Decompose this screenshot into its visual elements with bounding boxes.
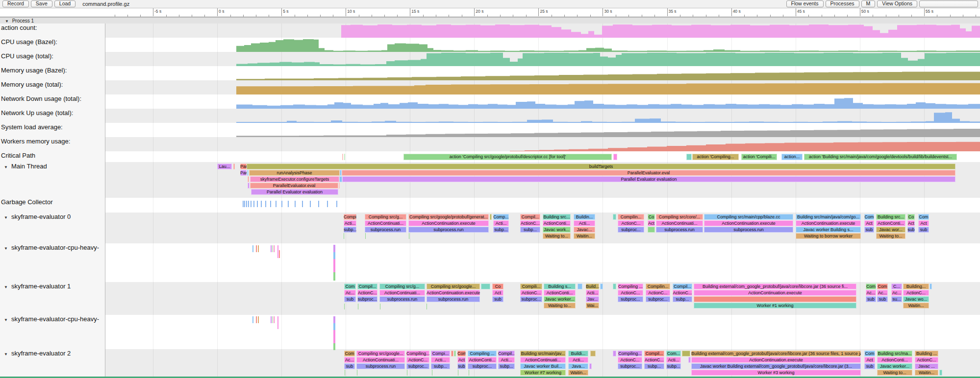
event-tick[interactable] bbox=[244, 201, 245, 207]
event-block[interactable]: Comp... bbox=[493, 214, 509, 220]
event-block[interactable]: ActionC... bbox=[673, 290, 692, 296]
event-tick[interactable] bbox=[327, 201, 328, 207]
event-tick[interactable] bbox=[281, 201, 282, 207]
event-block[interactable]: Ac... bbox=[344, 357, 355, 363]
event-tick[interactable] bbox=[380, 304, 380, 309]
event-tick[interactable] bbox=[427, 304, 427, 309]
event-block[interactable]: Building src/main/jav... bbox=[520, 351, 566, 356]
event-block[interactable]: Ac... bbox=[344, 290, 356, 296]
event-block[interactable]: Acti... bbox=[344, 220, 356, 226]
event-block[interactable]: Javac worker Buil... bbox=[520, 363, 566, 369]
event-block[interactable]: Wai... bbox=[586, 303, 599, 308]
toolbar-button-flow-events[interactable]: Flow events bbox=[786, 0, 824, 7]
event-block[interactable]: Javac worker Building external/com_googl… bbox=[691, 363, 861, 369]
event-block[interactable]: Java... bbox=[568, 363, 588, 369]
track-label-skyframe-evaluator-cpu-heavy-1[interactable]: ▼skyframe-evaluator-cpu-heavy- bbox=[0, 244, 105, 252]
event-tick[interactable] bbox=[256, 245, 257, 252]
event-block[interactable]: Co bbox=[492, 284, 503, 289]
event-block[interactable]: subp... bbox=[673, 296, 692, 302]
event-block[interactable]: Building... bbox=[903, 284, 929, 289]
event-tick[interactable] bbox=[257, 201, 258, 207]
event-tick[interactable] bbox=[270, 201, 271, 207]
event-block[interactable]: C... bbox=[891, 284, 902, 289]
event-block[interactable]: ActionContinuati... bbox=[356, 357, 405, 363]
toolbar-button-save[interactable]: Save bbox=[31, 0, 52, 7]
event-block[interactable]: subp... bbox=[644, 363, 664, 369]
event-block[interactable]: Compiling src/google/protobuf/generat... bbox=[408, 214, 489, 220]
event-block[interactable]: ActionConti... bbox=[468, 357, 497, 363]
event-block[interactable]: Waiting to... bbox=[543, 233, 571, 239]
event-block[interactable]: subp... bbox=[493, 227, 509, 233]
event-tick[interactable] bbox=[458, 370, 458, 376]
event-block[interactable]: Build... bbox=[586, 284, 599, 289]
event-block[interactable]: Buildi... bbox=[568, 351, 588, 356]
event-tick[interactable] bbox=[407, 370, 407, 376]
event-block[interactable]: Building src... bbox=[543, 214, 571, 220]
event-tick[interactable] bbox=[358, 304, 358, 309]
event-tick[interactable] bbox=[432, 370, 432, 376]
event-block[interactable]: Compilin... bbox=[618, 214, 644, 220]
event-block[interactable] bbox=[688, 357, 691, 363]
event-tick[interactable] bbox=[261, 201, 262, 207]
event-block[interactable]: Com bbox=[344, 351, 355, 356]
event-tick[interactable] bbox=[271, 245, 272, 252]
event-block[interactable]: ActionConti... bbox=[544, 290, 576, 296]
track-label-skyframe-evaluator-1[interactable]: ▼skyframe-evaluator 1 bbox=[0, 283, 105, 291]
event-block[interactable]: runAnalysisPhase bbox=[249, 170, 340, 176]
event-tick[interactable] bbox=[310, 201, 311, 207]
event-block[interactable]: Compiling src/main/cpp/blaze.cc bbox=[704, 214, 793, 220]
event-tick[interactable] bbox=[333, 245, 335, 252]
event-tick[interactable] bbox=[333, 272, 335, 281]
event-block[interactable]: subproc... bbox=[520, 296, 542, 302]
system-load-chart[interactable] bbox=[105, 123, 980, 137]
event-tick[interactable] bbox=[333, 343, 335, 350]
event-block[interactable] bbox=[930, 284, 932, 289]
event-block[interactable]: Compiling src/google... bbox=[356, 351, 405, 356]
workers-memory-chart[interactable] bbox=[105, 138, 980, 151]
event-block[interactable]: skyframeExecutor.configureTargets bbox=[250, 176, 339, 182]
event-block[interactable]: Compil... bbox=[357, 284, 377, 289]
event-block[interactable]: Waitin... bbox=[568, 370, 588, 376]
event-block[interactable]: subproc... bbox=[618, 296, 643, 302]
event-tick[interactable] bbox=[344, 304, 345, 309]
event-block[interactable]: subproc... bbox=[406, 363, 429, 369]
event-block[interactable]: action 'Compiling... bbox=[692, 154, 739, 160]
event-block[interactable]: Compiling ... bbox=[618, 284, 643, 289]
event-tick[interactable] bbox=[243, 201, 244, 207]
event-block[interactable]: ActionContinuation.execute bbox=[704, 220, 793, 226]
track-label-skyframe-evaluator-0[interactable]: ▼skyframe-evaluator 0 bbox=[0, 213, 105, 221]
event-block[interactable] bbox=[648, 227, 655, 233]
event-block[interactable]: ActionC... bbox=[903, 290, 929, 296]
event-block[interactable]: sub bbox=[907, 227, 915, 233]
event-block[interactable] bbox=[686, 154, 692, 160]
event-block[interactable] bbox=[613, 214, 616, 220]
event-tick[interactable] bbox=[248, 201, 249, 207]
event-block[interactable]: Acti... bbox=[431, 357, 450, 363]
event-tick[interactable] bbox=[274, 245, 275, 252]
event-block[interactable]: Jav... bbox=[586, 296, 599, 302]
event-block[interactable]: Waiting to... bbox=[877, 370, 912, 376]
event-block[interactable]: Compili... bbox=[520, 284, 542, 289]
event-block[interactable]: Javac ... bbox=[915, 363, 938, 369]
event-tick[interactable] bbox=[333, 316, 335, 323]
event-block[interactable]: subprocess.run bbox=[365, 227, 406, 233]
event-block[interactable]: subp... bbox=[666, 363, 681, 369]
event-block[interactable]: Com bbox=[457, 351, 466, 356]
track-label-skyframe-evaluator-cpu-heavy-2[interactable]: ▼skyframe-evaluator-cpu-heavy- bbox=[0, 315, 105, 324]
event-tick[interactable] bbox=[333, 323, 335, 330]
event-block[interactable]: Building src/main/java/com/go... bbox=[796, 214, 861, 220]
event-tick[interactable] bbox=[246, 201, 247, 207]
event-block[interactable]: Javac worker... bbox=[544, 296, 576, 302]
event-block[interactable]: Com bbox=[918, 214, 929, 220]
event-block[interactable]: subprocess.run bbox=[379, 296, 425, 302]
event-tick[interactable] bbox=[252, 316, 253, 323]
event-tick[interactable] bbox=[469, 370, 469, 376]
event-block[interactable]: ActionConti... bbox=[876, 220, 905, 226]
event-block[interactable]: Waitin... bbox=[574, 233, 595, 239]
event-block[interactable]: subprocess.run bbox=[408, 227, 489, 233]
event-block[interactable]: ActionC... bbox=[520, 290, 542, 296]
track-label-main-thread[interactable]: ▼Main Thread bbox=[0, 163, 105, 171]
event-tick[interactable] bbox=[258, 245, 259, 252]
track-label-skyframe-evaluator-2[interactable]: ▼skyframe-evaluator 2 bbox=[0, 350, 105, 358]
event-block[interactable]: subp... bbox=[344, 227, 356, 233]
